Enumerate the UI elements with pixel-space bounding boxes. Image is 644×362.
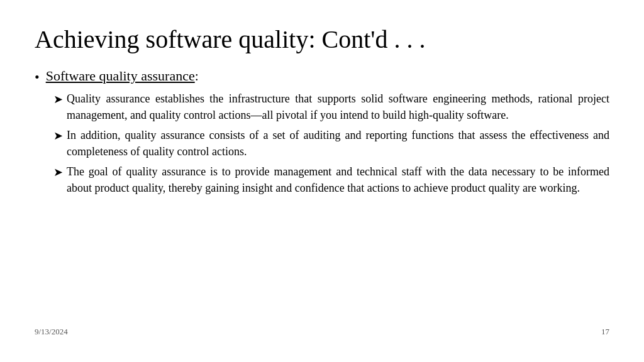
- arrow-icon-3: ➤: [53, 164, 63, 180]
- bullet-colon: :: [195, 68, 199, 84]
- bullet-dot: •: [35, 69, 40, 85]
- main-bullet: • Software quality assurance:: [35, 68, 609, 85]
- bullet-label: Software quality assurance: [46, 68, 195, 84]
- arrow-icon-2: ➤: [53, 128, 63, 144]
- sub-bullet-text-2: In addition, quality assurance consists …: [67, 127, 609, 160]
- sub-bullet-3: ➤ The goal of quality assurance is to pr…: [53, 163, 609, 196]
- arrow-icon-1: ➤: [53, 91, 63, 107]
- content-area: • Software quality assurance: ➤ Quality …: [35, 68, 609, 322]
- slide-footer: 9/13/2024 17: [35, 322, 609, 337]
- sub-bullet-1: ➤ Quality assurance establishes the infr…: [53, 90, 609, 123]
- sub-bullet-2: ➤ In addition, quality assurance consist…: [53, 127, 609, 160]
- sub-bullet-text-3: The goal of quality assurance is to prov…: [67, 163, 609, 196]
- footer-date: 9/13/2024: [35, 327, 68, 337]
- bullet-label-container: Software quality assurance:: [46, 68, 199, 84]
- footer-page: 17: [601, 327, 609, 337]
- slide: Achieving software quality: Cont'd . . .…: [0, 0, 644, 362]
- sub-bullets-container: ➤ Quality assurance establishes the infr…: [53, 90, 609, 197]
- slide-title: Achieving software quality: Cont'd . . .: [35, 25, 609, 54]
- sub-bullet-text-1: Quality assurance establishes the infras…: [67, 90, 609, 123]
